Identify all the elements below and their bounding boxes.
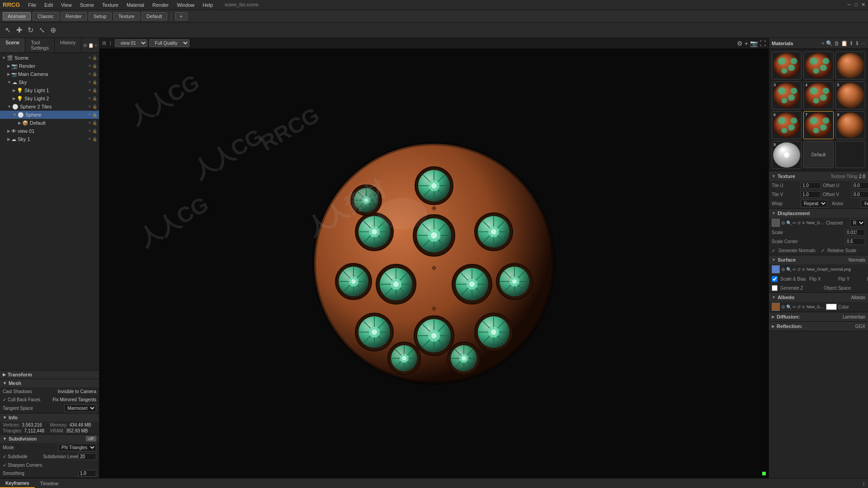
texture-header[interactable]: ▼ Texture Texture Tiling 2.0 [769, 172, 868, 181]
settings-icon[interactable]: ⚙ [737, 40, 743, 47]
mat-item-1[interactable] [803, 52, 833, 80]
disp-search-icon[interactable]: 🔍 [786, 221, 792, 225]
move-tool[interactable]: ✚ [15, 24, 24, 36]
mode-dropdown[interactable]: PN Triangles [58, 444, 96, 451]
mat-item-0[interactable] [772, 52, 802, 80]
transform-header[interactable]: ▶ Transform [0, 371, 99, 379]
mat-item-default[interactable]: Default [803, 141, 833, 168]
gen-z-checkbox[interactable] [772, 285, 778, 291]
panel-icon-1[interactable]: ⚙ [83, 43, 87, 48]
norm-remove-icon[interactable]: ✕ [802, 267, 805, 272]
norm-search-icon[interactable]: 🔍 [786, 267, 792, 272]
disp-edit-icon[interactable]: ✏ [793, 221, 796, 225]
menu-texture[interactable]: Texture [99, 1, 122, 9]
albedo-header[interactable]: ▼ Albedo Albedo [769, 293, 868, 302]
panel-icon-3[interactable]: + [94, 43, 97, 48]
disp-settings-icon[interactable]: ⚙ [781, 221, 785, 225]
alb-edit-icon[interactable]: ✏ [793, 305, 796, 310]
tab-tool-settings[interactable]: Tool Settings [25, 38, 55, 52]
tree-item-camera[interactable]: ▶ 📷 Main Camera 👁 🔓 [0, 70, 99, 78]
tile-u-input[interactable] [801, 182, 821, 189]
norm-reset-icon[interactable]: ↺ [797, 267, 801, 272]
mat-import-icon[interactable]: ⬆ [849, 40, 854, 47]
disp-scale-input[interactable] [845, 229, 865, 236]
mat-search-icon[interactable]: 🔍 [826, 40, 833, 47]
menu-material[interactable]: Material [123, 1, 148, 9]
eye-icon-scene[interactable]: 👁 [88, 56, 92, 60]
mat-item-5[interactable]: 5 [835, 81, 865, 109]
alb-search-icon[interactable]: 🔍 [786, 305, 792, 310]
menu-view[interactable]: View [57, 1, 75, 9]
subdivision-level-input[interactable] [78, 453, 96, 460]
tree-item-sphere[interactable]: ▼ ⚪ Sphere 👁 🔓 [0, 111, 99, 119]
tab-render[interactable]: Render [61, 12, 87, 20]
menu-scene[interactable]: Scene [76, 1, 98, 9]
norm-edit-icon[interactable]: ✏ [793, 267, 796, 272]
mat-item-2[interactable] [835, 52, 865, 80]
tab-history[interactable]: History [55, 38, 81, 52]
tree-item-scene[interactable]: ▼ 🎬 Scene 👁 🔓 [0, 54, 99, 62]
disp-reset-icon[interactable]: ↺ [797, 221, 801, 225]
mat-item-4[interactable]: 4 [803, 81, 833, 109]
fullscreen-icon[interactable]: ⛶ [760, 40, 766, 47]
aniso-dropdown[interactable]: 4x [861, 200, 868, 207]
lock-icon-scene[interactable]: 🔓 [92, 56, 97, 60]
mat-item-3[interactable]: 3 [772, 81, 802, 109]
tile-v-input[interactable] [801, 191, 821, 198]
mat-copy-icon[interactable]: 📋 [841, 40, 848, 47]
close-btn[interactable]: ✕ [861, 2, 865, 8]
subdivision-header[interactable]: ▼ Subdivision off [0, 435, 99, 443]
eye-icon-render[interactable]: 👁 [88, 64, 92, 68]
smoothing-input[interactable] [78, 470, 96, 477]
viewport[interactable]: ⊞ | view 01 Full Quality ⚙ + 📷 ⛶ 人人CG 人人… [99, 38, 769, 478]
tree-item-sky1[interactable]: ▶ ☁ Sky 1 👁 🔓 [0, 135, 99, 143]
tree-item-sky[interactable]: ▼ ☁ Sky 👁 🔓 [0, 78, 99, 86]
scale-tool[interactable]: ⤡ [38, 24, 46, 36]
alb-remove-icon[interactable]: ✕ [802, 305, 805, 310]
tree-item-sky-light-2[interactable]: ▶ 💡 Sky Light 2 👁 🔓 [0, 94, 99, 103]
rotate-tool[interactable]: ↻ [26, 24, 35, 36]
plus-btn[interactable]: + [175, 12, 188, 20]
mat-item-9[interactable]: 9 [772, 141, 802, 169]
mesh-header[interactable]: ▼ Mesh [0, 379, 99, 387]
tree-item-render[interactable]: ▶ 📷 Render 👁 🔓 [0, 62, 99, 70]
disp-scale-center-input[interactable] [845, 238, 865, 245]
mat-delete-icon[interactable]: 🗑 [834, 40, 840, 47]
mat-item-8[interactable]: 8 [835, 111, 865, 139]
tab-texture[interactable]: Texture [113, 12, 140, 20]
menu-help[interactable]: Help [199, 1, 217, 9]
diffusion-header[interactable]: ▶ Diffusion: Lambertian [769, 312, 868, 321]
tree-item-sphere-2-tiles[interactable]: ▼ ⚪ Sphere 2 Tiles 👁 🔓 [0, 103, 99, 111]
menu-render[interactable]: Render [149, 1, 172, 9]
timeline-collapse-icon[interactable]: ↕ [863, 480, 866, 487]
scale-bias-checkbox[interactable] [772, 276, 778, 282]
offset-v-input[interactable] [852, 191, 868, 198]
disp-remove-icon[interactable]: ✕ [802, 221, 805, 225]
maximize-btn[interactable]: □ [854, 2, 858, 8]
mat-add-icon[interactable]: + [821, 40, 825, 47]
menu-file[interactable]: File [24, 1, 40, 9]
tree-item-view01[interactable]: ▶ 👁 view 01 👁 🔓 [0, 127, 99, 135]
surface-header[interactable]: ▼ Surface Normals [769, 255, 868, 264]
viewport-expand-icon[interactable]: ⊞ [102, 40, 106, 46]
minimize-btn[interactable]: ─ [848, 2, 851, 8]
tab-keyframes[interactable]: Keyframes [0, 479, 35, 488]
mat-item-6[interactable]: 6 [772, 111, 802, 139]
menu-edit[interactable]: Edit [41, 1, 57, 9]
info-header[interactable]: ▼ Info [0, 413, 99, 422]
mat-export-icon[interactable]: ⬇ [855, 40, 859, 47]
tab-timeline[interactable]: Timeline [35, 479, 64, 488]
mat-item-7[interactable]: 7 [803, 111, 833, 139]
albedo-color-swatch[interactable] [826, 304, 837, 310]
tree-item-sky-light-1[interactable]: ▶ 💡 Sky Light 1 👁 🔓 [0, 86, 99, 94]
tab-setup[interactable]: Setup [89, 12, 112, 20]
panel-icon-2[interactable]: 📋 [88, 43, 94, 48]
norm-settings-icon[interactable]: ⚙ [781, 267, 785, 272]
screenshot-icon[interactable]: 📷 [750, 40, 758, 47]
tree-item-default[interactable]: ▶ 📦 Default 👁 🔓 [0, 119, 99, 127]
alb-settings-icon[interactable]: ⚙ [781, 305, 785, 310]
quality-selector[interactable]: Full Quality [149, 39, 189, 47]
plus-icon[interactable]: + [745, 40, 748, 47]
menu-window[interactable]: Window [173, 1, 198, 9]
tab-classic[interactable]: Classic [33, 12, 58, 20]
